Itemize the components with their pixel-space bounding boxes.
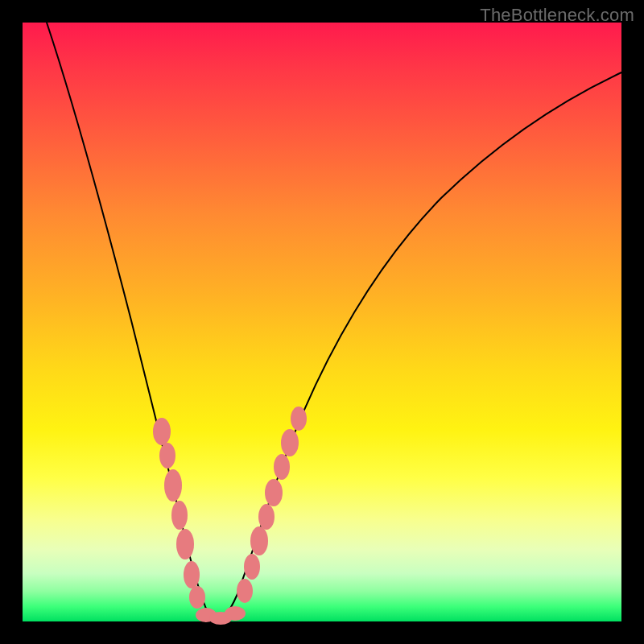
plot-area [23,23,621,621]
svg-point-17 [291,407,307,431]
svg-point-11 [244,554,260,580]
bottleneck-curve [47,23,621,621]
highlight-blobs-right [237,407,307,603]
svg-point-14 [265,479,283,506]
svg-point-15 [274,454,290,480]
highlight-blobs-bottom [196,606,246,625]
svg-point-4 [176,529,194,559]
svg-point-6 [189,586,205,609]
svg-point-16 [281,429,299,456]
svg-point-10 [237,579,253,603]
chart-stage: TheBottleneck.com [0,0,644,644]
svg-point-2 [164,469,182,502]
svg-point-13 [258,504,275,530]
svg-point-12 [250,526,268,555]
svg-point-3 [171,501,188,530]
curve-layer [23,23,621,621]
svg-point-9 [225,606,246,621]
svg-point-5 [184,561,200,588]
svg-point-1 [159,443,175,469]
svg-point-0 [153,418,171,445]
highlight-blobs-left [153,418,205,609]
